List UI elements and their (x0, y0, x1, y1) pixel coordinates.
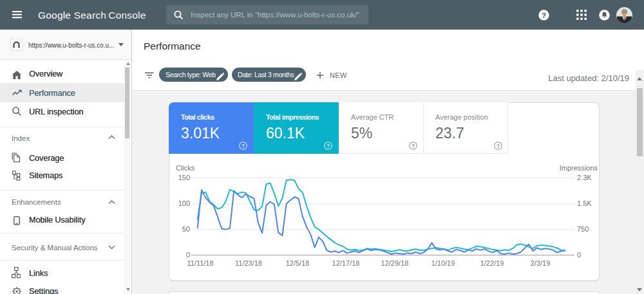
svg-text:?: ? (496, 143, 499, 149)
svg-text:?: ? (412, 143, 415, 149)
svg-text:?: ? (242, 143, 245, 149)
svg-text:?: ? (542, 12, 546, 19)
svg-text:?: ? (327, 143, 330, 149)
